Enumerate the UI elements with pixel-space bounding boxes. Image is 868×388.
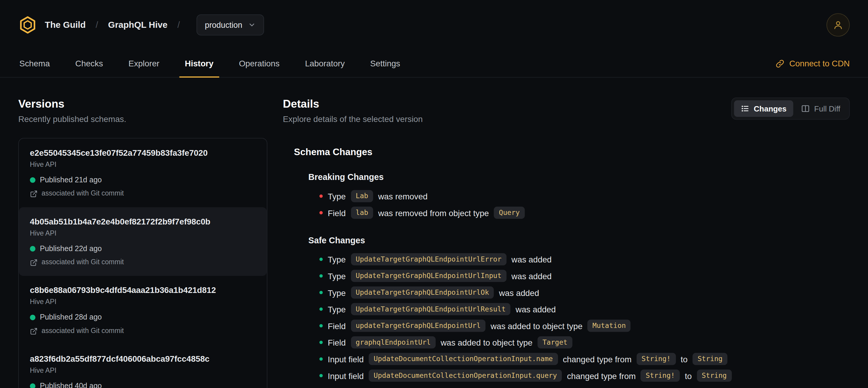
connect-cdn-label: Connect to CDN xyxy=(789,59,849,68)
breaking-changes-section: Breaking Changes TypeLabwas removedField… xyxy=(283,172,850,221)
version-git-commit: associated with Git commit xyxy=(30,326,256,336)
user-avatar[interactable] xyxy=(827,13,850,36)
change-item: FieldupdateTargetGraphQLEndpointUrlwas a… xyxy=(283,318,850,334)
code-badge: updateTargetGraphQLEndpointUrl xyxy=(351,320,486,332)
change-text: was removed xyxy=(378,191,427,201)
code-badge: UpdateDocumentCollectionOperationInput.q… xyxy=(369,369,562,382)
chevron-down-icon xyxy=(248,21,256,29)
changes-toggle-label: Changes xyxy=(754,104,787,113)
hive-logo-icon[interactable] xyxy=(18,16,37,34)
version-list-item[interactable]: e2e55045345ce13fe07f52a77459b83fa3fe7020… xyxy=(19,139,267,207)
link-icon xyxy=(775,59,784,68)
breadcrumb: The Guild / GraphQL Hive / production xyxy=(18,14,264,35)
diff-columns-icon xyxy=(801,104,810,113)
change-item: Input fieldUpdateDocumentCollectionOpera… xyxy=(283,351,850,367)
change-text: to xyxy=(685,371,692,381)
tab-laboratory[interactable]: Laboratory xyxy=(304,50,346,77)
breadcrumb-project[interactable]: GraphQL Hive xyxy=(108,20,167,30)
breaking-changes-title: Breaking Changes xyxy=(283,172,850,182)
code-badge: Lab xyxy=(351,190,373,202)
code-badge: lab xyxy=(351,207,373,219)
git-commit-text: associated with Git commit xyxy=(41,326,124,336)
safe-changes-section: Safe Changes TypeUpdateTargetGraphQLEndp… xyxy=(283,236,850,384)
version-list-item[interactable]: 4b05ab51b1b4a7e2e4b0ef82172f2b9f7ef98c0b… xyxy=(19,207,267,276)
version-list: e2e55045345ce13fe07f52a77459b83fa3fe7020… xyxy=(18,138,267,388)
change-item: FieldgraphqlEndpointUrlwas added to obje… xyxy=(283,334,850,351)
version-service: Hive API xyxy=(30,160,256,170)
version-hash: a823f6db2a55df877dcf406006abca97fcc4858c xyxy=(30,353,256,364)
git-commit-icon xyxy=(30,190,38,198)
version-service: Hive API xyxy=(30,366,256,376)
details-panel: Details Explore details of the selected … xyxy=(283,97,850,388)
list-icon xyxy=(740,104,749,113)
change-bullet xyxy=(319,374,322,377)
tab-schema[interactable]: Schema xyxy=(18,50,51,77)
published-text: Published 21d ago xyxy=(40,175,101,185)
change-text: was added xyxy=(512,255,551,264)
code-badge: String xyxy=(693,353,727,365)
breadcrumb-org[interactable]: The Guild xyxy=(45,20,86,30)
published-text: Published 22d ago xyxy=(40,243,101,254)
change-text: was added to object type xyxy=(441,338,533,347)
target-selector[interactable]: production xyxy=(196,14,264,35)
change-text: Field xyxy=(328,338,346,347)
versions-title: Versions xyxy=(18,97,267,110)
change-item: TypeUpdateTargetGraphQLEndpointUrlInputw… xyxy=(283,268,850,284)
safe-changes-list: TypeUpdateTargetGraphQLEndpointUrlErrorw… xyxy=(283,251,850,384)
change-text: Input field xyxy=(328,354,364,364)
breadcrumb-separator: / xyxy=(175,20,182,30)
code-badge: String! xyxy=(637,353,676,365)
change-bullet xyxy=(319,291,322,294)
version-published: Published 22d ago xyxy=(30,243,256,254)
version-git-commit: associated with Git commit xyxy=(30,189,256,199)
full-diff-toggle-button[interactable]: Full Diff xyxy=(794,100,847,117)
version-list-item[interactable]: a823f6db2a55df877dcf406006abca97fcc4858c… xyxy=(19,345,267,388)
breaking-changes-list: TypeLabwas removedFieldlabwas removed fr… xyxy=(283,188,850,221)
published-status-dot xyxy=(30,246,35,251)
code-badge: UpdateTargetGraphQLEndpointUrlOk xyxy=(351,287,494,299)
view-toggle: Changes Full Diff xyxy=(731,97,850,120)
top-header: The Guild / GraphQL Hive / production xyxy=(0,0,868,50)
change-item: Input fieldUpdateDocumentCollectionOpera… xyxy=(283,367,850,384)
version-list-item[interactable]: c8b6e88a06793b9c4dfd54aaa21b36a1b421d812… xyxy=(19,276,267,345)
change-item: TypeUpdateTargetGraphQLEndpointUrlOkwas … xyxy=(283,284,850,301)
version-service: Hive API xyxy=(30,229,256,238)
versions-panel: Versions Recently published schemas. e2e… xyxy=(18,97,267,388)
code-badge: Mutation xyxy=(588,320,631,332)
change-bullet xyxy=(319,195,322,198)
target-selector-value: production xyxy=(205,21,243,30)
tab-operations[interactable]: Operations xyxy=(238,50,280,77)
versions-subtitle: Recently published schemas. xyxy=(18,114,267,124)
details-title: Details xyxy=(283,97,423,110)
change-bullet xyxy=(319,307,322,311)
change-text: Type xyxy=(328,288,346,297)
version-service: Hive API xyxy=(30,297,256,307)
change-text: Input field xyxy=(328,371,364,381)
change-text: was added to object type xyxy=(491,321,583,331)
tab-settings[interactable]: Settings xyxy=(369,50,401,77)
tab-explorer[interactable]: Explorer xyxy=(127,50,160,77)
published-text: Published 40d ago xyxy=(40,381,101,388)
change-item: TypeUpdateTargetGraphQLEndpointUrlErrorw… xyxy=(283,251,850,268)
code-badge: String xyxy=(697,369,732,382)
change-text: was added xyxy=(512,271,551,281)
change-bullet xyxy=(319,341,322,344)
published-status-dot xyxy=(30,315,35,320)
breadcrumb-separator: / xyxy=(93,20,100,30)
code-badge: UpdateTargetGraphQLEndpointUrlError xyxy=(351,253,506,265)
change-text: Field xyxy=(328,208,346,218)
tab-checks[interactable]: Checks xyxy=(74,50,104,77)
change-item: Fieldlabwas removed from object typeQuer… xyxy=(283,205,850,221)
version-hash: c8b6e88a06793b9c4dfd54aaa21b36a1b421d812 xyxy=(30,285,256,296)
change-text: changed type from xyxy=(567,371,636,381)
change-text: changed type from xyxy=(563,354,631,364)
version-published: Published 40d ago xyxy=(30,381,256,388)
change-item: TypeUpdateTargetGraphQLEndpointUrlResult… xyxy=(283,301,850,318)
published-status-dot xyxy=(30,177,35,183)
connect-cdn-link[interactable]: Connect to CDN xyxy=(775,50,850,77)
changes-toggle-button[interactable]: Changes xyxy=(734,100,793,117)
code-badge: graphqlEndpointUrl xyxy=(351,336,435,349)
code-badge: UpdateTargetGraphQLEndpointUrlInput xyxy=(351,270,506,282)
tab-history[interactable]: History xyxy=(184,50,214,77)
code-badge: Target xyxy=(537,336,572,349)
